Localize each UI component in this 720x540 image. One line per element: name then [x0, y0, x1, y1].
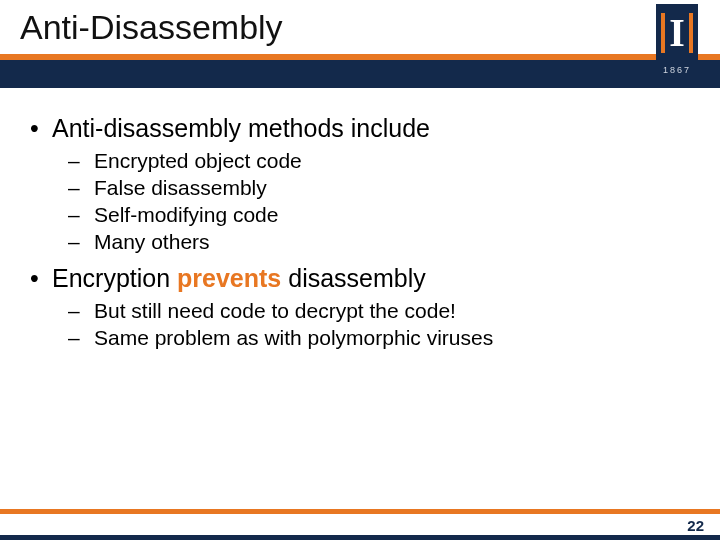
bullet-dot-icon: •	[30, 114, 52, 143]
bullet-dash-icon: –	[68, 149, 94, 173]
bullet-level2: – Self-modifying code	[68, 203, 690, 227]
bullet-text: Same problem as with polymorphic viruses	[94, 326, 493, 350]
title-area: Anti-Disassembly I 1867	[0, 0, 720, 88]
footer-accent-bar	[0, 509, 720, 514]
bullet-text: False disassembly	[94, 176, 267, 200]
bullet-text-accent: prevents	[177, 264, 281, 292]
logo-block: I	[656, 4, 698, 62]
logo-year: 1867	[656, 63, 698, 78]
footer-navy-bar	[0, 535, 720, 540]
bullet-dash-icon: –	[68, 203, 94, 227]
university-logo: I 1867	[656, 4, 698, 78]
bullet-dash-icon: –	[68, 176, 94, 200]
bullet-dot-icon: •	[30, 264, 52, 293]
bullet-level1: • Encryption prevents disassembly	[30, 264, 690, 293]
bullet-text: Anti-disassembly methods include	[52, 114, 430, 143]
bullet-text-pre: Encryption	[52, 264, 177, 292]
bullet-text: Encryption prevents disassembly	[52, 264, 426, 293]
page-number: 22	[687, 517, 704, 534]
slide-title: Anti-Disassembly	[20, 8, 283, 47]
bullet-text: Encrypted object code	[94, 149, 302, 173]
bullet-level2: – Same problem as with polymorphic virus…	[68, 326, 690, 350]
bullet-text: Many others	[94, 230, 210, 254]
logo-letter: I	[661, 13, 693, 53]
bullet-text: Self-modifying code	[94, 203, 278, 227]
bullet-level2: – Many others	[68, 230, 690, 254]
bullet-text-post: disassembly	[281, 264, 426, 292]
bullet-text: But still need code to decrypt the code!	[94, 299, 456, 323]
slide: Anti-Disassembly I 1867 • Anti-disassemb…	[0, 0, 720, 540]
title-navy-bar	[0, 60, 720, 88]
bullet-dash-icon: –	[68, 326, 94, 350]
bullet-dash-icon: –	[68, 230, 94, 254]
bullet-level2: – Encrypted object code	[68, 149, 690, 173]
content-area: • Anti-disassembly methods include – Enc…	[30, 108, 690, 353]
bullet-text-pre: Anti-disassembly methods include	[52, 114, 430, 142]
bullet-level2: – But still need code to decrypt the cod…	[68, 299, 690, 323]
bullet-dash-icon: –	[68, 299, 94, 323]
bullet-level1: • Anti-disassembly methods include	[30, 114, 690, 143]
bullet-level2: – False disassembly	[68, 176, 690, 200]
